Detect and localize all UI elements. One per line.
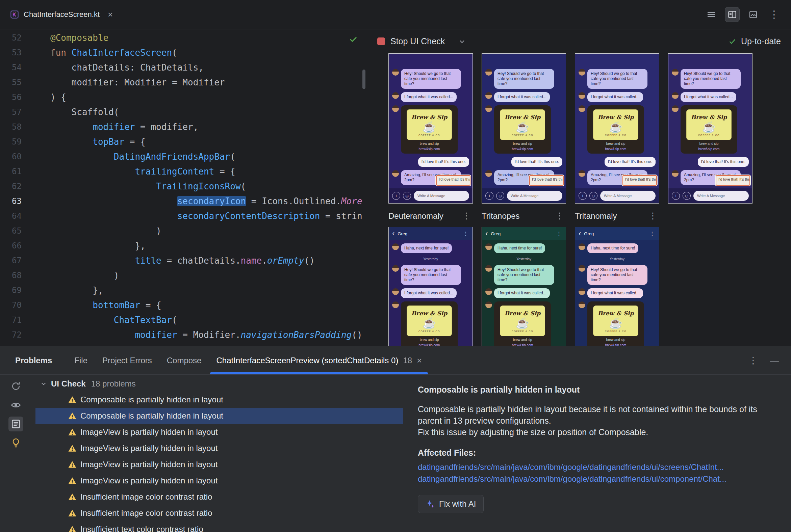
- fix-with-ai-button[interactable]: Fix with AI: [418, 495, 484, 513]
- code-line[interactable]: 64 secondaryContentDescription = strin: [0, 209, 367, 224]
- problem-item[interactable]: ImageView is partially hidden in layout: [35, 440, 403, 456]
- bottom-tab[interactable]: Compose: [160, 346, 209, 374]
- code-line[interactable]: 52@Composable: [0, 31, 367, 45]
- more-options-icon[interactable]: ⋮: [646, 211, 659, 221]
- code-line[interactable]: 71 ChatTextBar(: [0, 312, 367, 327]
- code-line[interactable]: 53fun ChatInterfaceScreen(: [0, 45, 367, 60]
- tool-window-title[interactable]: Problems: [15, 356, 52, 365]
- problem-item[interactable]: ImageView is partially hidden in layout: [35, 424, 403, 440]
- more-options-icon[interactable]: ⋮: [460, 211, 473, 221]
- stop-ui-check-button[interactable]: Stop UI Check: [390, 36, 445, 46]
- editor-scrollbar[interactable]: [363, 70, 365, 89]
- preview-card[interactable]: Hey! Should we go to that cafe you menti…: [575, 53, 659, 204]
- split-editor-icon[interactable]: [725, 7, 740, 22]
- problem-item[interactable]: Composable is partially hidden in layout: [35, 408, 403, 424]
- preview-card[interactable]: ‹Greg⋮Haha, next time for sure!Yesterday…: [388, 227, 473, 346]
- code-line[interactable]: 58 modifier = modifier,: [0, 119, 367, 134]
- message-input[interactable]: Write A Message: [600, 191, 656, 201]
- code-line[interactable]: 72 modifier = Modifier.navigationBarsPad…: [0, 327, 367, 342]
- more-options-icon[interactable]: ⋮: [649, 231, 656, 237]
- brand-subtitle: COFFEE & CO: [512, 134, 533, 136]
- problem-item[interactable]: Insufficient image color contrast ratio: [35, 489, 403, 505]
- warning-icon: [68, 509, 77, 517]
- close-icon[interactable]: ×: [108, 10, 113, 19]
- editor-tab[interactable]: ChatInterfaceScreen.kt ×: [0, 0, 120, 29]
- code-editor[interactable]: 52@Composable53fun ChatInterfaceScreen(5…: [0, 30, 367, 346]
- preview-card[interactable]: ‹Greg⋮Haha, next time for sure!Yesterday…: [575, 227, 659, 346]
- inspection-bulb-icon[interactable]: [8, 435, 23, 450]
- code-line[interactable]: 60 DatingAndFriendsAppBar(: [0, 149, 367, 164]
- chevron-down-icon[interactable]: [458, 37, 466, 46]
- affected-file-link[interactable]: datingandfriends/src/main/java/com/ibm/g…: [418, 461, 724, 473]
- code-area[interactable]: 52@Composable53fun ChatInterfaceScreen(5…: [0, 30, 367, 346]
- code-line[interactable]: 61 trailingContent = {: [0, 164, 367, 179]
- code-line[interactable]: 63 secondaryIcon = Icons.Outlined.More: [0, 194, 367, 209]
- problem-item[interactable]: Insufficient text color contrast ratio: [35, 521, 403, 532]
- code-line[interactable]: 57 Scaffold(: [0, 104, 367, 119]
- message-input[interactable]: Write A Message: [414, 191, 469, 201]
- message-row: Haha, next time for sure!: [392, 243, 469, 253]
- more-options-icon[interactable]: ⋮: [749, 356, 758, 365]
- chevron-down-icon: [39, 380, 48, 388]
- problems-report-icon[interactable]: [8, 417, 23, 432]
- code-line[interactable]: 66 },: [0, 238, 367, 253]
- refresh-icon[interactable]: [8, 379, 23, 394]
- code-line[interactable]: 62 TrailingIconsRow(: [0, 179, 367, 194]
- attach-icon[interactable]: +: [578, 192, 587, 200]
- preview-card[interactable]: Hey! Should we go to that cafe you menti…: [388, 53, 473, 204]
- problem-item[interactable]: Composable is partially hidden in layout: [35, 392, 403, 408]
- close-icon[interactable]: ×: [417, 356, 422, 365]
- preview-card[interactable]: Hey! Should we go to that cafe you menti…: [668, 53, 753, 204]
- attach-icon[interactable]: +: [672, 192, 680, 200]
- emoji-icon[interactable]: ☺: [589, 192, 597, 200]
- preview-image-icon[interactable]: [746, 7, 760, 22]
- preview-card[interactable]: Hey! Should we go to that cafe you menti…: [482, 53, 566, 204]
- code-line[interactable]: 70 bottomBar = {: [0, 298, 367, 312]
- preview-card[interactable]: ‹Greg⋮Haha, next time for sure!Yesterday…: [482, 227, 566, 346]
- emoji-icon[interactable]: ☺: [496, 192, 504, 200]
- avatar: [485, 265, 492, 272]
- problem-item[interactable]: ImageView is partially hidden in layout: [35, 456, 403, 473]
- bottom-tab-active[interactable]: ChatInterfaceScreenPreview (sortedChatDe…: [209, 346, 429, 374]
- chat-bubble: I'd love that! It's this one.: [418, 157, 469, 167]
- bottom-tab[interactable]: File: [67, 346, 95, 374]
- code-line[interactable]: 56) {: [0, 90, 367, 104]
- back-icon[interactable]: ‹: [485, 230, 488, 237]
- problems-group-header[interactable]: UI Check 18 problems: [32, 376, 409, 392]
- message-input[interactable]: Write A Message: [507, 191, 562, 201]
- bottom-tab[interactable]: Project Errors: [95, 346, 160, 374]
- emoji-icon[interactable]: ☺: [683, 192, 691, 200]
- affected-file-link[interactable]: datingandfriends/src/main/java/com/ibm/g…: [418, 473, 726, 485]
- brew-sip-logo: Brew & Sip☕COFFEE & CO: [593, 109, 638, 140]
- attach-icon[interactable]: +: [392, 192, 400, 200]
- code-line[interactable]: 54 chatDetails: ChatDetails,: [0, 60, 367, 75]
- code-line[interactable]: 68 ): [0, 268, 367, 283]
- emoji-icon[interactable]: ☺: [403, 192, 411, 200]
- code-line[interactable]: 55 modifier: Modifier = Modifier: [0, 75, 367, 90]
- code-line[interactable]: 73 onAddClick = {}: [0, 342, 367, 346]
- more-options-icon[interactable]: ⋮: [553, 211, 566, 221]
- code-line[interactable]: 65 ): [0, 224, 367, 238]
- editor-list-icon[interactable]: [704, 7, 719, 22]
- line-number: 69: [0, 283, 22, 298]
- code-line[interactable]: 67 title = chatDetails.name.orEmpty(): [0, 253, 367, 268]
- problem-details: Composable is partially hidden in layout…: [409, 375, 791, 532]
- more-options-icon[interactable]: ⋮: [767, 7, 781, 22]
- back-icon[interactable]: ‹: [392, 230, 394, 237]
- chat-bubble: I forgot what it was called...: [494, 92, 550, 102]
- preview-label: Deuteranomaly: [388, 211, 443, 221]
- more-options-icon[interactable]: ⋮: [556, 231, 562, 237]
- avatar: [485, 105, 492, 112]
- more-options-icon[interactable]: ⋮: [462, 231, 469, 237]
- problem-item[interactable]: ImageView is partially hidden in layout: [35, 473, 403, 489]
- problem-item[interactable]: Insufficient image color contrast ratio: [35, 505, 403, 521]
- code-line[interactable]: 59 topBar = {: [0, 134, 367, 149]
- attach-icon[interactable]: +: [485, 192, 494, 200]
- chat-bubble: I forgot what it was called...: [494, 288, 550, 298]
- message-input[interactable]: Write A Message: [693, 191, 749, 201]
- back-icon[interactable]: ‹: [578, 230, 581, 237]
- code-line[interactable]: 69 },: [0, 283, 367, 298]
- inspections-ok-icon[interactable]: [349, 34, 358, 45]
- preview-eye-icon[interactable]: [8, 398, 23, 413]
- minimize-icon[interactable]: —: [770, 356, 779, 365]
